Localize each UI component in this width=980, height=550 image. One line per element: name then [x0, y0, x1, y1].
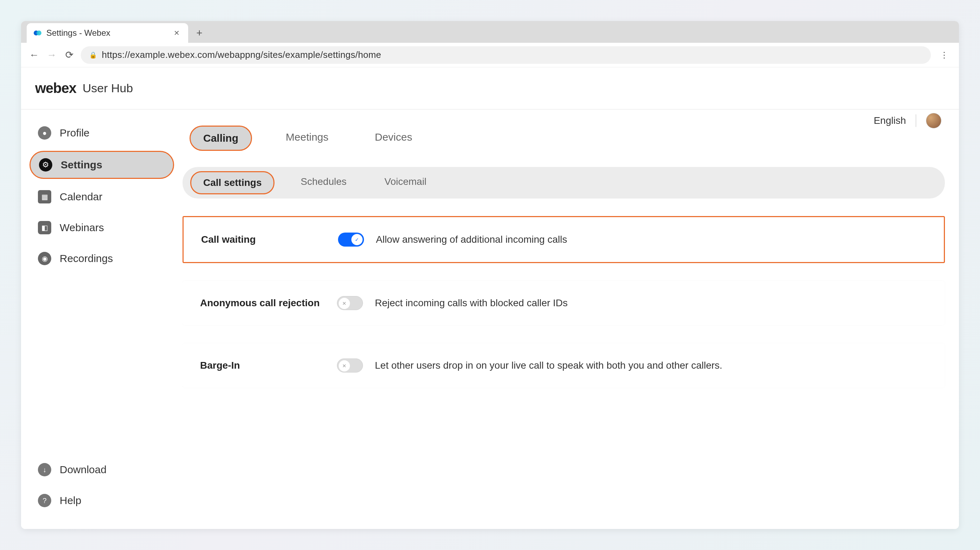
- sidebar-item-label: Webinars: [60, 222, 104, 234]
- address-bar[interactable]: 🔒 https://example.webex.com/webappng/sit…: [81, 46, 931, 64]
- help-icon: ?: [38, 494, 51, 507]
- main-content: English Calling Meetings Devices Call se…: [183, 109, 959, 529]
- browser-window: Settings - Webex ✕ + ← → ⟳ 🔒 https://exa…: [21, 21, 959, 529]
- toggle-barge-in[interactable]: ✕: [337, 358, 363, 372]
- tab-strip: Settings - Webex ✕ +: [21, 21, 959, 43]
- primary-tabs: Calling Meetings Devices: [183, 120, 945, 157]
- sidebar-item-webinars[interactable]: ◧ Webinars: [30, 215, 174, 241]
- close-tab-icon[interactable]: ✕: [172, 27, 181, 39]
- setting-description: Allow answering of additional incoming c…: [376, 234, 567, 245]
- setting-title: Barge-In: [200, 360, 337, 371]
- lock-icon: 🔒: [89, 51, 97, 59]
- tab-calling[interactable]: Calling: [189, 125, 252, 151]
- brand-subtitle: User Hub: [83, 81, 133, 95]
- toggle-anonymous-rejection[interactable]: ✕: [337, 296, 363, 310]
- panel-barge-in: Barge-In ✕ Let other users drop in on yo…: [183, 343, 945, 388]
- sidebar-bottom: ↓ Download ? Help: [30, 457, 174, 518]
- subtab-schedules[interactable]: Schedules: [288, 171, 358, 194]
- new-tab-button[interactable]: +: [192, 26, 207, 40]
- presentation-icon: ◧: [38, 221, 51, 234]
- sidebar-item-profile[interactable]: ● Profile: [30, 120, 174, 146]
- app-root: webex User Hub ● Profile ⚙ Settings ▦ Ca…: [21, 67, 959, 529]
- calendar-icon: ▦: [38, 190, 51, 203]
- toggle-knob-icon: ✕: [339, 360, 350, 371]
- sidebar-item-recordings[interactable]: ◉ Recordings: [30, 246, 174, 271]
- browser-menu-icon[interactable]: ⋮: [937, 50, 952, 60]
- panel-call-waiting: Call waiting ✓ Allow answering of additi…: [183, 216, 945, 263]
- back-button[interactable]: ←: [28, 49, 40, 61]
- toggle-knob-icon: ✓: [352, 234, 363, 245]
- sidebar-item-label: Settings: [61, 159, 102, 171]
- sidebar-item-help[interactable]: ? Help: [30, 488, 174, 514]
- setting-description: Reject incoming calls with blocked calle…: [375, 298, 568, 309]
- setting-title: Call waiting: [201, 234, 338, 245]
- sidebar-item-label: Profile: [60, 127, 89, 139]
- secondary-tabs: Call settings Schedules Voicemail: [183, 167, 945, 198]
- sidebar-item-download[interactable]: ↓ Download: [30, 457, 174, 483]
- sidebar-item-label: Download: [60, 464, 107, 476]
- panel-anonymous-rejection: Anonymous call rejection ✕ Reject incomi…: [183, 281, 945, 325]
- language-selector[interactable]: English: [873, 115, 906, 126]
- setting-title: Anonymous call rejection: [200, 298, 337, 309]
- browser-toolbar: ← → ⟳ 🔒 https://example.webex.com/webapp…: [21, 43, 959, 67]
- divider: [916, 114, 916, 127]
- forward-button[interactable]: →: [46, 49, 57, 61]
- sidebar-item-label: Calendar: [60, 191, 102, 203]
- brand-logo: webex: [35, 80, 76, 96]
- download-icon: ↓: [38, 463, 51, 476]
- url-text: https://example.webex.com/webappng/sites…: [102, 49, 381, 60]
- tab-title: Settings - Webex: [46, 28, 167, 38]
- sidebar-item-settings[interactable]: ⚙ Settings: [30, 151, 174, 179]
- toggle-call-waiting[interactable]: ✓: [338, 233, 364, 247]
- top-right-controls: English: [873, 113, 942, 128]
- tab-devices[interactable]: Devices: [362, 125, 425, 151]
- person-icon: ●: [38, 126, 51, 139]
- webex-favicon-icon: [34, 29, 41, 37]
- record-icon: ◉: [38, 252, 51, 265]
- settings-panels: Call waiting ✓ Allow answering of additi…: [183, 216, 945, 388]
- sidebar-item-calendar[interactable]: ▦ Calendar: [30, 184, 174, 210]
- reload-button[interactable]: ⟳: [63, 49, 75, 61]
- subtab-call-settings[interactable]: Call settings: [190, 171, 275, 194]
- tab-meetings[interactable]: Meetings: [273, 125, 341, 151]
- sidebar-item-label: Recordings: [60, 252, 113, 265]
- setting-description: Let other users drop in on your live cal…: [375, 360, 722, 371]
- avatar[interactable]: [926, 113, 942, 128]
- app-header: webex User Hub: [21, 67, 959, 109]
- sidebar-item-label: Help: [60, 495, 81, 507]
- subtab-voicemail[interactable]: Voicemail: [372, 171, 438, 194]
- gear-icon: ⚙: [39, 158, 52, 171]
- sidebar: ● Profile ⚙ Settings ▦ Calendar ◧ Webina…: [21, 109, 183, 529]
- browser-tab[interactable]: Settings - Webex ✕: [27, 23, 188, 43]
- toggle-knob-icon: ✕: [339, 298, 350, 309]
- app-body: ● Profile ⚙ Settings ▦ Calendar ◧ Webina…: [21, 109, 959, 529]
